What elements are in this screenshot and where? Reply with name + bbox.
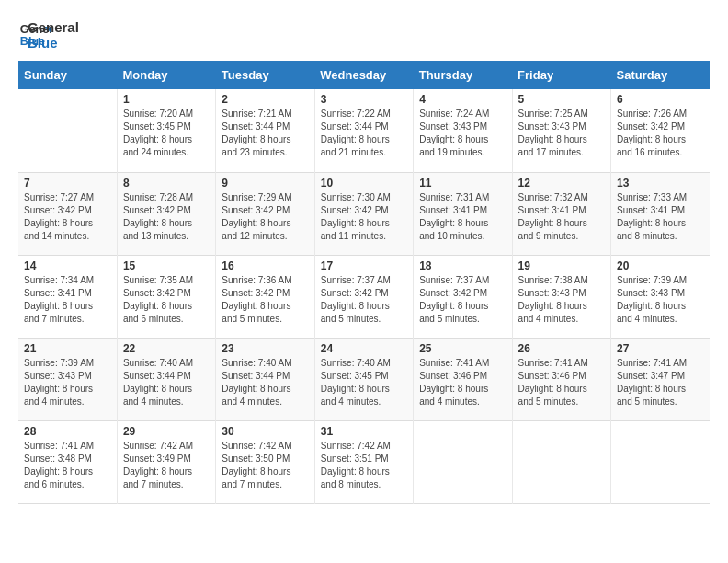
day-number: 3 (321, 93, 407, 106)
day-info: Sunrise: 7:35 AM Sunset: 3:42 PM Dayligh… (123, 274, 210, 326)
day-info: Sunrise: 7:33 AM Sunset: 3:41 PM Dayligh… (617, 191, 704, 243)
week-row-3: 14Sunrise: 7:34 AM Sunset: 3:41 PM Dayli… (18, 255, 710, 338)
day-number: 5 (518, 93, 605, 106)
day-number: 14 (24, 259, 111, 272)
calendar-cell (512, 420, 610, 503)
day-info: Sunrise: 7:41 AM Sunset: 3:48 PM Dayligh… (24, 440, 111, 491)
calendar-cell: 22Sunrise: 7:40 AM Sunset: 3:44 PM Dayli… (117, 338, 215, 420)
calendar-cell: 12Sunrise: 7:32 AM Sunset: 3:41 PM Dayli… (512, 172, 610, 255)
day-number: 29 (123, 425, 210, 438)
day-info: Sunrise: 7:39 AM Sunset: 3:43 PM Dayligh… (24, 357, 111, 408)
day-info: Sunrise: 7:40 AM Sunset: 3:44 PM Dayligh… (123, 357, 210, 408)
calendar-cell: 25Sunrise: 7:41 AM Sunset: 3:46 PM Dayli… (414, 338, 512, 420)
day-info: Sunrise: 7:41 AM Sunset: 3:46 PM Dayligh… (518, 357, 605, 408)
day-number: 6 (617, 93, 704, 106)
week-row-1: 1Sunrise: 7:20 AM Sunset: 3:45 PM Daylig… (18, 89, 710, 172)
calendar-cell: 26Sunrise: 7:41 AM Sunset: 3:46 PM Dayli… (512, 338, 610, 420)
day-info: Sunrise: 7:37 AM Sunset: 3:42 PM Dayligh… (321, 274, 407, 326)
calendar-cell: 30Sunrise: 7:42 AM Sunset: 3:50 PM Dayli… (216, 420, 314, 503)
header-row: SundayMondayTuesdayWednesdayThursdayFrid… (18, 61, 710, 89)
day-number: 23 (222, 342, 308, 355)
day-info: Sunrise: 7:37 AM Sunset: 3:42 PM Dayligh… (419, 274, 506, 326)
day-info: Sunrise: 7:31 AM Sunset: 3:41 PM Dayligh… (419, 191, 506, 243)
calendar-cell (18, 89, 117, 172)
calendar-cell: 7Sunrise: 7:27 AM Sunset: 3:42 PM Daylig… (18, 172, 117, 255)
calendar-body: 1Sunrise: 7:20 AM Sunset: 3:45 PM Daylig… (18, 89, 710, 503)
day-info: Sunrise: 7:26 AM Sunset: 3:42 PM Dayligh… (617, 108, 704, 159)
day-info: Sunrise: 7:38 AM Sunset: 3:43 PM Dayligh… (518, 274, 605, 326)
page-header: General Blue General Blue (18, 18, 710, 52)
day-number: 26 (518, 342, 605, 355)
day-info: Sunrise: 7:41 AM Sunset: 3:46 PM Dayligh… (419, 357, 506, 408)
header-friday: Friday (512, 61, 610, 89)
calendar-cell: 8Sunrise: 7:28 AM Sunset: 3:42 PM Daylig… (117, 172, 215, 255)
header-wednesday: Wednesday (314, 61, 413, 89)
day-info: Sunrise: 7:21 AM Sunset: 3:44 PM Dayligh… (222, 108, 308, 159)
day-number: 12 (518, 177, 605, 190)
calendar-cell: 9Sunrise: 7:29 AM Sunset: 3:42 PM Daylig… (216, 172, 314, 255)
calendar-cell: 19Sunrise: 7:38 AM Sunset: 3:43 PM Dayli… (512, 255, 610, 338)
calendar-cell: 11Sunrise: 7:31 AM Sunset: 3:41 PM Dayli… (414, 172, 512, 255)
calendar-cell: 27Sunrise: 7:41 AM Sunset: 3:47 PM Dayli… (611, 338, 710, 420)
day-number: 11 (419, 177, 506, 190)
day-info: Sunrise: 7:30 AM Sunset: 3:42 PM Dayligh… (321, 191, 407, 243)
day-info: Sunrise: 7:42 AM Sunset: 3:49 PM Dayligh… (123, 440, 210, 491)
calendar-cell: 15Sunrise: 7:35 AM Sunset: 3:42 PM Dayli… (117, 255, 215, 338)
day-number: 2 (222, 93, 308, 106)
week-row-5: 28Sunrise: 7:41 AM Sunset: 3:48 PM Dayli… (18, 420, 710, 503)
calendar-cell: 10Sunrise: 7:30 AM Sunset: 3:42 PM Dayli… (314, 172, 413, 255)
day-number: 4 (419, 93, 506, 106)
calendar-table: SundayMondayTuesdayWednesdayThursdayFrid… (18, 61, 710, 504)
day-info: Sunrise: 7:34 AM Sunset: 3:41 PM Dayligh… (24, 274, 111, 326)
day-info: Sunrise: 7:29 AM Sunset: 3:42 PM Dayligh… (222, 191, 308, 243)
day-number: 31 (321, 425, 407, 438)
day-number: 15 (123, 259, 210, 272)
day-number: 21 (24, 342, 111, 355)
day-number: 25 (419, 342, 506, 355)
header-tuesday: Tuesday (216, 61, 314, 89)
week-row-4: 21Sunrise: 7:39 AM Sunset: 3:43 PM Dayli… (18, 338, 710, 420)
day-number: 16 (222, 259, 308, 272)
calendar-cell: 23Sunrise: 7:40 AM Sunset: 3:44 PM Dayli… (216, 338, 314, 420)
day-number: 18 (419, 259, 506, 272)
header-monday: Monday (117, 61, 215, 89)
day-info: Sunrise: 7:41 AM Sunset: 3:47 PM Dayligh… (617, 357, 704, 408)
header-sunday: Sunday (18, 61, 117, 89)
logo: General Blue General Blue (18, 18, 79, 52)
day-info: Sunrise: 7:24 AM Sunset: 3:43 PM Dayligh… (419, 108, 506, 159)
day-info: Sunrise: 7:40 AM Sunset: 3:45 PM Dayligh… (321, 357, 407, 408)
day-number: 24 (321, 342, 407, 355)
day-info: Sunrise: 7:42 AM Sunset: 3:51 PM Dayligh… (321, 440, 407, 491)
calendar-cell: 1Sunrise: 7:20 AM Sunset: 3:45 PM Daylig… (117, 89, 215, 172)
day-info: Sunrise: 7:25 AM Sunset: 3:43 PM Dayligh… (518, 108, 605, 159)
day-number: 10 (321, 177, 407, 190)
calendar-cell (414, 420, 512, 503)
header-saturday: Saturday (611, 61, 710, 89)
day-number: 20 (617, 259, 704, 272)
calendar-cell: 2Sunrise: 7:21 AM Sunset: 3:44 PM Daylig… (216, 89, 314, 172)
week-row-2: 7Sunrise: 7:27 AM Sunset: 3:42 PM Daylig… (18, 172, 710, 255)
day-info: Sunrise: 7:32 AM Sunset: 3:41 PM Dayligh… (518, 191, 605, 243)
calendar-cell: 31Sunrise: 7:42 AM Sunset: 3:51 PM Dayli… (314, 420, 413, 503)
calendar-cell: 4Sunrise: 7:24 AM Sunset: 3:43 PM Daylig… (414, 89, 512, 172)
day-info: Sunrise: 7:27 AM Sunset: 3:42 PM Dayligh… (24, 191, 111, 243)
calendar-cell: 5Sunrise: 7:25 AM Sunset: 3:43 PM Daylig… (512, 89, 610, 172)
day-info: Sunrise: 7:28 AM Sunset: 3:42 PM Dayligh… (123, 191, 210, 243)
day-number: 8 (123, 177, 210, 190)
day-number: 9 (222, 177, 308, 190)
calendar-header: SundayMondayTuesdayWednesdayThursdayFrid… (18, 61, 710, 89)
day-info: Sunrise: 7:40 AM Sunset: 3:44 PM Dayligh… (222, 357, 308, 408)
calendar-cell (611, 420, 710, 503)
calendar-cell: 16Sunrise: 7:36 AM Sunset: 3:42 PM Dayli… (216, 255, 314, 338)
calendar-cell: 13Sunrise: 7:33 AM Sunset: 3:41 PM Dayli… (611, 172, 710, 255)
calendar-cell: 28Sunrise: 7:41 AM Sunset: 3:48 PM Dayli… (18, 420, 117, 503)
logo-line2: Blue (28, 35, 79, 51)
day-number: 17 (321, 259, 407, 272)
calendar-cell: 20Sunrise: 7:39 AM Sunset: 3:43 PM Dayli… (611, 255, 710, 338)
day-info: Sunrise: 7:36 AM Sunset: 3:42 PM Dayligh… (222, 274, 308, 326)
day-info: Sunrise: 7:22 AM Sunset: 3:44 PM Dayligh… (321, 108, 407, 159)
calendar-cell: 18Sunrise: 7:37 AM Sunset: 3:42 PM Dayli… (414, 255, 512, 338)
day-number: 7 (24, 177, 111, 190)
calendar-cell: 21Sunrise: 7:39 AM Sunset: 3:43 PM Dayli… (18, 338, 117, 420)
day-number: 22 (123, 342, 210, 355)
